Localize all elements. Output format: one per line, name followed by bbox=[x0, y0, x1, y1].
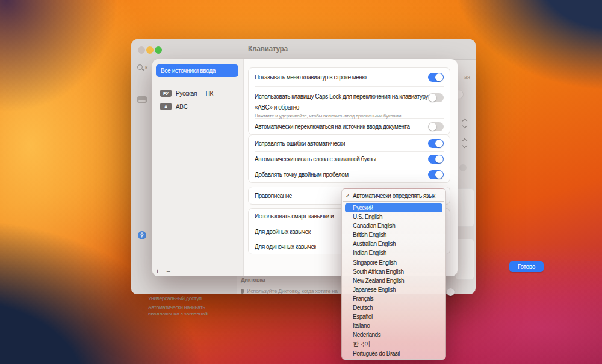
menu-item[interactable]: Nederlands bbox=[342, 330, 445, 339]
menu-item[interactable]: Australian English bbox=[342, 239, 445, 248]
background-text-fragment: ая bbox=[464, 74, 470, 80]
sidebar-item-russian-pc[interactable]: РУ Русская — ПК bbox=[152, 87, 243, 100]
menu-item[interactable]: Indian English bbox=[342, 248, 445, 258]
menu-item[interactable]: 한국어 bbox=[342, 339, 445, 348]
minimize-button[interactable] bbox=[146, 46, 154, 54]
chevron-down-icon[interactable] bbox=[342, 351, 445, 358]
dictation-hint-row: Используйте Диктовку, когда хотите на bbox=[241, 288, 338, 294]
menu-item[interactable]: Русский bbox=[345, 203, 442, 212]
window-titlebar: Клавиатура bbox=[131, 39, 476, 60]
background-groupbox-fragment bbox=[455, 239, 474, 280]
sidebar-separator bbox=[157, 82, 239, 82]
double-space-period-toggle[interactable] bbox=[428, 170, 444, 179]
dictation-heading: Диктовка bbox=[241, 276, 265, 283]
sidebar-item-accessibility[interactable]: Универсальный доступ bbox=[148, 295, 202, 301]
menu-item[interactable]: Canadian English bbox=[342, 221, 445, 230]
remove-source-button[interactable]: − bbox=[163, 268, 173, 276]
group-text-correction: Исправлять ошибки автоматически Автомати… bbox=[248, 135, 450, 183]
setting-row: Показывать меню клавиатур в строке меню bbox=[249, 68, 450, 86]
dictation-hint: Используйте Диктовку, когда хотите на bbox=[247, 288, 338, 294]
done-button[interactable]: Готово bbox=[509, 261, 544, 272]
menu-item[interactable]: South African English bbox=[342, 267, 445, 276]
sidebar-item-abc[interactable]: A ABC bbox=[152, 100, 243, 113]
menu-item[interactable]: New Zealand English bbox=[342, 276, 445, 285]
sheet-sidebar: Все источники ввода РУ Русская — ПК A AB… bbox=[152, 59, 244, 276]
show-keyboard-menu-toggle[interactable] bbox=[428, 73, 444, 82]
auto-switch-source-toggle[interactable] bbox=[428, 122, 444, 131]
sidebar-item-fragment-clipped: предложения с заглавной bbox=[148, 312, 208, 315]
menu-separator bbox=[343, 201, 444, 202]
screen: Клавиатура к Универсальный доступ Автома… bbox=[0, 0, 602, 364]
input-source-badge: РУ bbox=[160, 90, 172, 97]
sidebar-toolbar: + − bbox=[152, 267, 243, 276]
setting-row: Использовать клавишу Caps Lock для перек… bbox=[249, 87, 450, 118]
search-text: к bbox=[145, 64, 147, 70]
auto-capitalize-toggle[interactable] bbox=[428, 155, 444, 164]
search-icon bbox=[137, 64, 143, 70]
group-menu-bar: Показывать меню клавиатур в строке меню … bbox=[248, 67, 450, 135]
menu-item[interactable]: Italiano bbox=[342, 321, 445, 330]
menu-item[interactable]: Français bbox=[342, 294, 445, 303]
search-input[interactable]: к bbox=[137, 64, 147, 70]
stepper-icon[interactable] bbox=[463, 119, 467, 128]
menu-list: РусскийU.S. EnglishCanadian EnglishBriti… bbox=[342, 202, 445, 358]
setting-row: Исправлять ошибки автоматически bbox=[249, 135, 450, 151]
caps-lock-switch-toggle[interactable] bbox=[428, 93, 444, 102]
menu-item[interactable]: Español bbox=[342, 312, 445, 321]
sidebar-item-all-sources[interactable]: Все источники ввода bbox=[156, 64, 238, 77]
accessibility-icon bbox=[138, 231, 146, 239]
setting-row: Автоматически переключаться на источник … bbox=[249, 119, 450, 134]
setting-row: Автоматически писать слова с заглавной б… bbox=[249, 152, 450, 167]
keyboard-icon bbox=[137, 96, 147, 103]
input-source-badge: A bbox=[160, 103, 172, 110]
close-button[interactable] bbox=[138, 46, 145, 54]
autocorrect-toggle[interactable] bbox=[428, 139, 444, 148]
checkmark-icon: ✓ bbox=[346, 193, 353, 199]
background-knob-fragment bbox=[459, 164, 467, 171]
zoom-button[interactable] bbox=[155, 46, 162, 54]
microphone-icon bbox=[241, 289, 244, 294]
menu-item[interactable]: Deutsch bbox=[342, 303, 445, 312]
sidebar-item-fragment[interactable]: Автоматически начинать bbox=[148, 304, 205, 310]
menu-item[interactable]: Singapore English bbox=[342, 258, 445, 267]
add-source-button[interactable]: + bbox=[152, 268, 163, 276]
menu-item[interactable]: British English bbox=[342, 230, 445, 239]
spelling-language-menu: ✓ Автоматически определять язык РусскийU… bbox=[341, 188, 446, 360]
window-title: Клавиатура bbox=[248, 45, 288, 53]
background-groupbox-fragment bbox=[455, 188, 474, 227]
setting-subtext: Нажмите и удерживайте, чтобы включить вв… bbox=[255, 113, 428, 119]
stepper-icon[interactable] bbox=[463, 139, 467, 147]
menu-item[interactable]: U.S. English bbox=[342, 212, 445, 221]
menu-item[interactable]: Japanese English bbox=[342, 285, 445, 294]
menu-item-auto-detect[interactable]: ✓ Автоматически определять язык bbox=[342, 191, 445, 200]
setting-row: Добавлять точку двойным пробелом bbox=[249, 167, 450, 182]
